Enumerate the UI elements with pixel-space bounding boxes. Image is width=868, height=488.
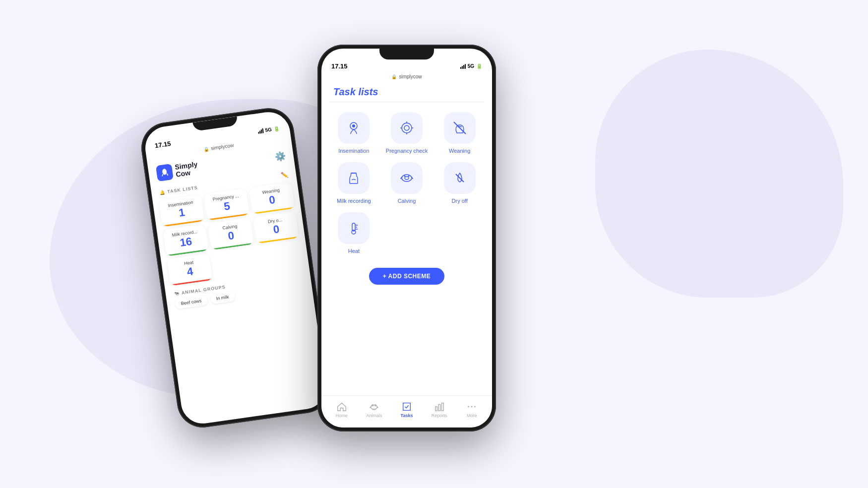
more-label: More — [467, 413, 477, 418]
svg-line-7 — [454, 122, 466, 134]
page-title: Task lists — [321, 82, 492, 102]
svg-rect-21 — [435, 407, 437, 411]
heat-icon — [346, 220, 362, 236]
nav-animals[interactable]: Animals — [362, 401, 386, 418]
add-scheme-container: + ADD SCHEME — [321, 268, 492, 285]
lock-icon-back: 🔒 — [203, 146, 209, 152]
time-front: 17.15 — [331, 62, 348, 70]
svg-rect-22 — [438, 404, 440, 411]
menu-icon[interactable]: ⚙️ — [274, 150, 286, 163]
status-icons-back: 5G 🔋 — [257, 125, 280, 134]
bottom-nav: Home Animals — [321, 395, 492, 427]
phone-back-screen: 17.15 5G 🔋 🔒 simplycow — [142, 109, 328, 426]
task-item-weaning[interactable]: Weaning — [437, 112, 482, 154]
battery-icon-front: 🔋 — [476, 63, 482, 69]
task-card-pregnancy[interactable]: Pregnancy ... 5 — [204, 188, 250, 221]
reports-label: Reports — [432, 413, 447, 418]
svg-point-11 — [408, 176, 409, 177]
signal-icon-front — [460, 64, 466, 69]
task-item-milk[interactable]: Milk recording — [331, 162, 376, 204]
calving-icon — [399, 170, 415, 186]
home-icon — [336, 401, 347, 412]
tasks-icon — [401, 401, 412, 412]
task-item-heat[interactable]: Heat — [331, 212, 376, 254]
logo-area: Simply Cow — [156, 160, 199, 182]
milk-icon — [346, 170, 362, 186]
animal-tag-beef[interactable]: Beef cows — [175, 295, 208, 309]
phone-back: 17.15 5G 🔋 🔒 simplycow — [138, 105, 333, 430]
nav-tasks[interactable]: Tasks — [395, 401, 419, 418]
task-card-dryoff[interactable]: Dry o... 0 — [253, 211, 299, 244]
address-bar-front: 🔒 simplycow — [321, 72, 492, 82]
pregnancy-icon — [399, 120, 415, 136]
lock-icon-front: 🔒 — [391, 74, 397, 79]
status-icons-front: 5G 🔋 — [460, 63, 482, 69]
url-front: simplycow — [399, 74, 422, 79]
task-card-calving[interactable]: Calving 0 — [208, 218, 254, 250]
front-task-grid: Insemination Pregnancy check — [321, 102, 492, 260]
time-back: 17.15 — [154, 140, 171, 149]
more-icon — [466, 401, 477, 412]
phone-front-screen: 17.15 5G 🔋 🔒 simplycow Task — [321, 49, 492, 427]
calving-icon-circle — [391, 162, 423, 194]
animals-label: Animals — [366, 413, 382, 418]
url-back: simplycow — [211, 142, 234, 151]
weaning-icon — [452, 120, 468, 136]
dryoff-icon-circle — [444, 162, 476, 194]
pregnancy-label: Pregnancy check — [386, 148, 428, 154]
task-item-calving[interactable]: Calving — [384, 162, 430, 204]
insemination-label: Insemination — [338, 148, 369, 154]
nav-home[interactable]: Home — [330, 401, 354, 418]
network-front: 5G — [468, 63, 474, 69]
animal-tag-milk[interactable]: In milk — [210, 291, 236, 305]
svg-point-9 — [405, 177, 409, 180]
task-card-weaning[interactable]: Weaning 0 — [249, 182, 295, 214]
svg-point-24 — [468, 406, 469, 408]
task-card-milk[interactable]: Milk record... 16 — [163, 224, 209, 256]
phones-container: 17.15 5G 🔋 🔒 simplycow — [0, 0, 868, 488]
nav-reports[interactable]: Reports — [428, 401, 451, 418]
task-item-insemination[interactable]: Insemination — [331, 112, 376, 154]
edit-icon[interactable]: ✏️ — [280, 172, 289, 180]
svg-point-5 — [402, 123, 412, 133]
task-item-pregnancy[interactable]: Pregnancy check — [384, 112, 430, 154]
svg-point-8 — [402, 175, 412, 182]
logo-text: Simply Cow — [175, 160, 199, 179]
svg-point-10 — [404, 176, 405, 177]
milk-label: Milk recording — [337, 198, 371, 204]
task-card-insemination[interactable]: Insemination 1 — [159, 194, 205, 227]
svg-line-1 — [162, 174, 163, 176]
svg-point-26 — [474, 406, 476, 408]
signal-icon-back — [257, 128, 263, 133]
task-card-heat[interactable]: Heat 4 — [167, 253, 213, 286]
svg-point-6 — [404, 125, 409, 130]
home-label: Home — [336, 413, 348, 418]
weaning-icon-circle — [444, 112, 476, 144]
phone-front: 17.15 5G 🔋 🔒 simplycow Task — [317, 45, 496, 431]
svg-point-0 — [162, 169, 167, 175]
heat-label: Heat — [348, 248, 360, 254]
svg-point-4 — [352, 124, 355, 127]
dryoff-label: Dry off — [452, 198, 468, 204]
battery-icon-back: 🔋 — [273, 125, 280, 132]
reports-icon — [434, 401, 445, 412]
insemination-icon-circle — [338, 112, 370, 144]
svg-line-12 — [456, 174, 464, 182]
notch-front — [379, 49, 434, 60]
task-item-dryoff[interactable]: Dry off — [437, 162, 482, 204]
animals-icon — [369, 401, 379, 412]
insemination-icon — [346, 120, 362, 136]
weaning-label: Weaning — [449, 148, 470, 154]
tasks-label: Tasks — [401, 413, 413, 418]
logo-icon — [156, 164, 174, 182]
svg-point-14 — [352, 230, 356, 234]
milk-icon-circle — [338, 162, 370, 194]
nav-more[interactable]: More — [460, 401, 484, 418]
pregnancy-icon-circle — [391, 112, 423, 144]
calving-label: Calving — [398, 198, 416, 204]
heat-icon-circle — [338, 212, 370, 244]
svg-rect-23 — [441, 403, 443, 411]
add-scheme-button[interactable]: + ADD SCHEME — [369, 268, 445, 285]
svg-line-2 — [167, 174, 168, 176]
dryoff-icon — [452, 170, 468, 186]
